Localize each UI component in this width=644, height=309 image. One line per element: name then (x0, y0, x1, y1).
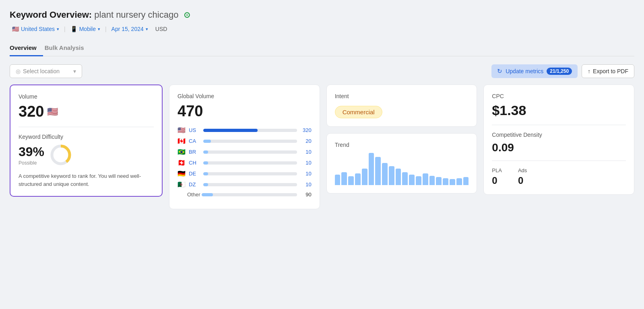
location-selector[interactable]: ◎ Select location ▾ (10, 64, 82, 78)
bar-fill-dz (203, 183, 208, 186)
flag-de: 🇩🇪 (178, 170, 186, 177)
pla-item: PLA 0 (492, 167, 502, 186)
pla-value: 0 (492, 175, 502, 186)
country-row-dz: 🇩🇿 DZ 10 (178, 181, 312, 188)
trend-bar (382, 163, 388, 185)
trend-card: Trend (326, 133, 477, 194)
tab-overview[interactable]: Overview (10, 41, 43, 56)
count-ca: 20 (300, 138, 312, 144)
date-filter[interactable]: Apr 15, 2024 ▾ (109, 24, 151, 34)
volume-label: Volume (19, 93, 154, 100)
kd-row: 39% Possible (19, 143, 154, 167)
device-label: Mobile (79, 26, 96, 32)
count-other: 90 (300, 192, 312, 198)
count-br: 10 (300, 149, 312, 155)
country-row-ca: 🇨🇦 CA 20 (178, 137, 312, 145)
country-row-us: 🇺🇸 US 320 (178, 126, 312, 134)
count-ch: 10 (300, 160, 312, 166)
cpc-card: CPC $1.38 Competitive Density 0.09 PLA 0… (483, 84, 634, 195)
update-metrics-button[interactable]: ↻ Update metrics 21/1,250 (491, 64, 578, 78)
bar-fill-us (203, 129, 258, 132)
ads-label: Ads (518, 167, 527, 173)
mobile-icon: 📱 (70, 26, 77, 32)
volume-flag: 🇺🇸 (47, 107, 58, 117)
tab-bulk-analysis[interactable]: Bulk Analysis (43, 41, 91, 56)
bar-fill-de (203, 172, 208, 175)
chevron-down-icon-2: ▾ (98, 27, 100, 32)
volume-kd-card: Volume 320 🇺🇸 Keyword Difficulty 39% Pos… (10, 84, 163, 197)
export-label: Export to PDF (593, 68, 628, 74)
comp-density-value: 0.09 (492, 141, 626, 154)
trend-bar (375, 157, 381, 185)
kd-label: Keyword Difficulty (19, 134, 154, 140)
count-us: 320 (300, 127, 312, 133)
global-volume-value: 470 (178, 103, 312, 120)
device-filter[interactable]: 📱 Mobile ▾ (68, 24, 103, 34)
bar-fill-ch (203, 161, 208, 165)
country-filter[interactable]: 🇺🇸 United States ▾ (10, 24, 62, 34)
country-row-ch: 🇨🇭 CH 10 (178, 159, 312, 167)
intent-trend-col: Intent Commercial Trend (326, 84, 477, 194)
trend-bar (443, 178, 448, 185)
code-us: US (189, 127, 200, 133)
export-button[interactable]: ↑ Export to PDF (582, 64, 634, 78)
chevron-down-icon: ▾ (57, 27, 59, 32)
code-ca: CA (189, 138, 200, 144)
filters-row: 🇺🇸 United States ▾ | 📱 Mobile ▾ | Apr 15… (10, 24, 634, 34)
trend-bar (341, 172, 347, 185)
kd-donut-chart (49, 143, 72, 167)
page-header: Keyword Overview: plant nursery chicago … (10, 10, 634, 34)
code-dz: DZ (189, 181, 200, 187)
chevron-down-icon-3: ▾ (146, 27, 148, 32)
kd-description: A competitive keyword to rank for. You w… (19, 172, 154, 188)
trend-bar (362, 169, 367, 185)
code-ch: CH (189, 160, 200, 166)
kd-values: 39% Possible (19, 144, 44, 166)
trend-bar (402, 172, 408, 185)
tabs-row: Overview Bulk Analysis (10, 41, 634, 56)
page-wrapper: Keyword Overview: plant nursery chicago … (10, 10, 634, 209)
trend-bar (389, 166, 394, 185)
cpc-value: $1.38 (492, 103, 626, 118)
trend-bar (429, 176, 435, 185)
country-row-br: 🇧🇷 BR 10 (178, 148, 312, 156)
kd-value: 39% (19, 144, 44, 159)
flag-ch: 🇨🇭 (178, 159, 186, 167)
trend-bar (463, 177, 469, 185)
bar-track-ca (203, 140, 297, 143)
bar-fill-br (203, 150, 208, 154)
title-prefix: Keyword Overview: (10, 10, 92, 20)
update-metrics-label: Update metrics (506, 68, 543, 74)
country-label: United States (21, 26, 55, 32)
count-dz: 10 (300, 181, 312, 187)
bar-track-other (202, 193, 297, 196)
global-volume-card: Global Volume 470 🇺🇸 US 320 🇨🇦 CA 20 🇧� (169, 84, 320, 209)
trend-bar (369, 153, 374, 185)
bar-fill-other (202, 193, 213, 196)
bar-fill-ca (203, 140, 211, 143)
location-pin-icon: ◎ (16, 68, 21, 74)
intent-label: Intent (335, 93, 469, 99)
intent-badge: Commercial (335, 106, 382, 118)
flag-ca: 🇨🇦 (178, 137, 186, 145)
ads-item: Ads 0 (518, 167, 527, 186)
chevron-down-icon-4: ▾ (73, 68, 76, 74)
keyword-text: plant nursery chicago (94, 10, 178, 20)
cpc-label: CPC (492, 93, 626, 99)
toolbar-row: ◎ Select location ▾ ↻ Update metrics 21/… (10, 64, 634, 78)
cpc-divider (492, 125, 626, 125)
intent-card: Intent Commercial (326, 84, 477, 127)
location-placeholder: Select location (23, 68, 60, 74)
flag-br: 🇧🇷 (178, 148, 186, 156)
cards-grid: Volume 320 🇺🇸 Keyword Difficulty 39% Pos… (10, 84, 634, 209)
trend-label: Trend (335, 142, 469, 148)
country-flag: 🇺🇸 (12, 26, 19, 32)
country-row-other: Other 90 (178, 192, 312, 198)
refresh-icon: ↻ (497, 68, 502, 75)
code-de: DE (189, 171, 200, 177)
bar-track-dz (203, 183, 297, 186)
trend-bar (409, 175, 415, 185)
separator-1: | (64, 26, 66, 32)
date-label: Apr 15, 2024 (111, 26, 144, 32)
trend-bar (450, 179, 455, 185)
